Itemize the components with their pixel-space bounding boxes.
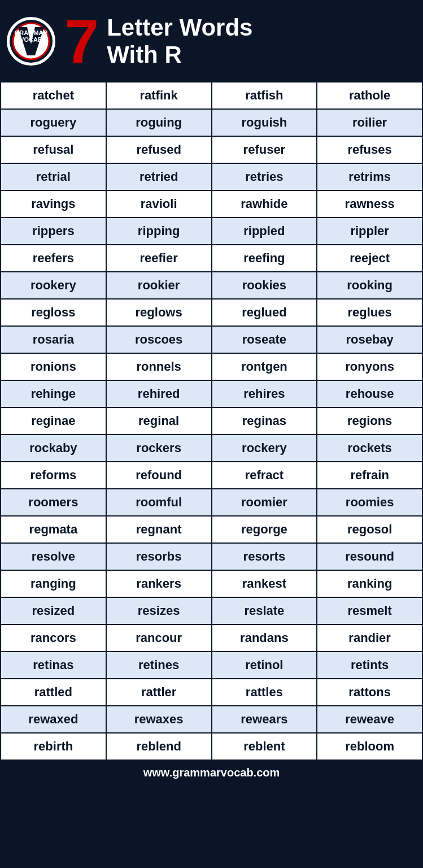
table-cell: rippers <box>1 218 106 245</box>
table-cell: reginal <box>106 407 212 435</box>
table-cell: reblent <box>212 733 317 760</box>
word-table: ratchetratfinkratfishratholerogueryrogui… <box>0 83 423 761</box>
table-cell: resized <box>1 597 106 624</box>
table-row: reefersreefierreefingreeject <box>1 245 422 272</box>
table-cell: rattler <box>106 679 212 706</box>
table-row: rattledrattlerrattlesrattons <box>1 679 422 706</box>
table-cell: retints <box>317 652 422 679</box>
table-row: rebirthreblendreblentrebloom <box>1 733 422 760</box>
table-cell: refuses <box>317 136 422 163</box>
table-cell: rockers <box>106 435 212 462</box>
table-cell: rookery <box>1 272 106 299</box>
table-cell: rockery <box>212 435 317 462</box>
table-row: rehingerehiredrehiresrehouse <box>1 380 422 407</box>
table-cell: ronnels <box>106 353 212 380</box>
table-cell: retines <box>106 652 212 679</box>
table-cell: rewears <box>212 706 317 733</box>
table-cell: rancour <box>106 624 212 652</box>
title-text: Letter Words With R <box>107 14 252 69</box>
table-cell: roguery <box>1 109 106 136</box>
table-cell: roseate <box>212 326 317 353</box>
table-cell: resorbs <box>106 543 212 570</box>
table-cell: refrain <box>317 462 422 489</box>
table-cell: rancors <box>1 624 106 652</box>
table-row: ronionsronnelsrontgenronyons <box>1 353 422 380</box>
table-row: reglossreglowsregluedreglues <box>1 299 422 326</box>
table-cell: retries <box>212 163 317 190</box>
table-cell: rockets <box>317 435 422 462</box>
table-row: resizedresizesreslateresmelt <box>1 597 422 624</box>
table-row: rippersrippingrippledrippler <box>1 218 422 245</box>
table-cell: rewaxes <box>106 706 212 733</box>
table-row: rangingrankersrankestranking <box>1 570 422 597</box>
table-cell: rankers <box>106 570 212 597</box>
table-row: rookeryrookierrookiesrooking <box>1 272 422 299</box>
table-cell: retried <box>106 163 212 190</box>
table-cell: ratfink <box>106 83 212 109</box>
table-cell: reblend <box>106 733 212 760</box>
table-cell: ronyons <box>317 353 422 380</box>
table-row: rockabyrockersrockeryrockets <box>1 435 422 462</box>
table-cell: regmata <box>1 516 106 543</box>
table-cell: rawhide <box>212 190 317 218</box>
table-row: rogueryroguingroguishroilier <box>1 109 422 136</box>
table-cell: resizes <box>106 597 212 624</box>
table-cell: rattled <box>1 679 106 706</box>
table-cell: reglued <box>212 299 317 326</box>
table-row: rosariaroscoesroseaterosebay <box>1 326 422 353</box>
table-cell: randans <box>212 624 317 652</box>
table-cell: rehinge <box>1 380 106 407</box>
table-row: roomersroomfulroomierroomies <box>1 489 422 516</box>
table-cell: reslate <box>212 597 317 624</box>
table-cell: roomers <box>1 489 106 516</box>
table-cell: reefing <box>212 245 317 272</box>
table-cell: ronions <box>1 353 106 380</box>
table-cell: ravings <box>1 190 106 218</box>
table-cell: resmelt <box>317 597 422 624</box>
table-cell: retinas <box>1 652 106 679</box>
table-row: retinasretinesretinolretints <box>1 652 422 679</box>
table-cell: reefers <box>1 245 106 272</box>
table-cell: roomies <box>317 489 422 516</box>
table-cell: rewaxed <box>1 706 106 733</box>
table-cell: regorge <box>212 516 317 543</box>
table-cell: reglows <box>106 299 212 326</box>
table-cell: rehires <box>212 380 317 407</box>
table-cell: refused <box>106 136 212 163</box>
table-cell: rehouse <box>317 380 422 407</box>
table-cell: rawness <box>317 190 422 218</box>
table-cell: rontgen <box>212 353 317 380</box>
table-cell: regnant <box>106 516 212 543</box>
table-row: rancorsrancourrandansrandier <box>1 624 422 652</box>
table-row: reginaereginalreginasregions <box>1 407 422 435</box>
table-cell: rebirth <box>1 733 106 760</box>
table-cell: randier <box>317 624 422 652</box>
table-cell: ratfish <box>212 83 317 109</box>
svg-text:VOCAB: VOCAB <box>20 36 42 43</box>
table-row: resolveresorbsresortsresound <box>1 543 422 570</box>
table-cell: ravioli <box>106 190 212 218</box>
table-cell: retrims <box>317 163 422 190</box>
header: GRAMMAR VOCAB 7 Letter Words With R <box>0 0 423 83</box>
table-cell: reglues <box>317 299 422 326</box>
table-cell: refuser <box>212 136 317 163</box>
table-row: ratchetratfinkratfishrathole <box>1 83 422 109</box>
table-cell: ripping <box>106 218 212 245</box>
table-cell: roomier <box>212 489 317 516</box>
footer: www.grammarvocab.com <box>0 761 423 785</box>
table-cell: refract <box>212 462 317 489</box>
table-cell: rosebay <box>317 326 422 353</box>
table-cell: ranking <box>317 570 422 597</box>
table-cell: regions <box>317 407 422 435</box>
table-cell: rattons <box>317 679 422 706</box>
table-cell: reginae <box>1 407 106 435</box>
table-cell: rippled <box>212 218 317 245</box>
table-row: regmataregnantregorgeregosol <box>1 516 422 543</box>
table-cell: regosol <box>317 516 422 543</box>
table-cell: resorts <box>212 543 317 570</box>
table-cell: rookies <box>212 272 317 299</box>
table-cell: refound <box>106 462 212 489</box>
table-cell: reefier <box>106 245 212 272</box>
table-row: ravingsraviolirawhiderawness <box>1 190 422 218</box>
table-row: reformsrefoundrefractrefrain <box>1 462 422 489</box>
